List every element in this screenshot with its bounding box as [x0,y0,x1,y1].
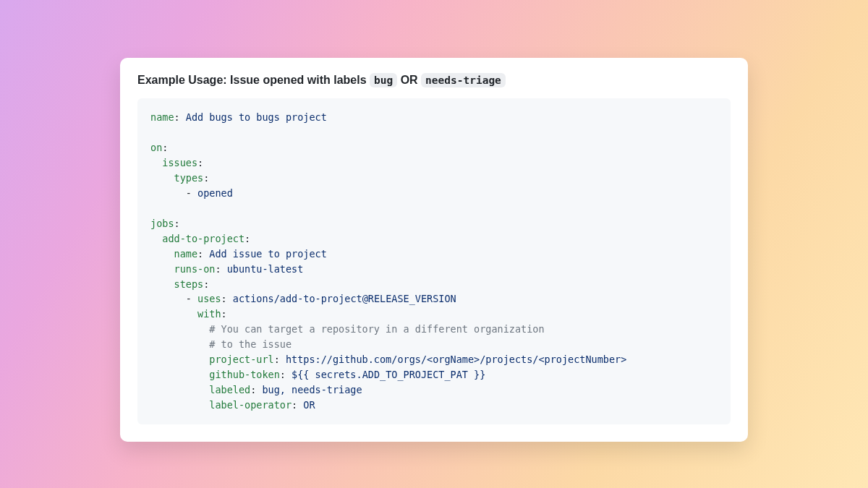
heading-mid: OR [397,74,421,86]
heading-code-bug: bug [370,73,397,87]
yaml-key: github-token [209,369,280,380]
yaml-key: jobs [150,218,174,229]
yaml-key: steps [174,278,204,290]
yaml-value: ubuntu-latest [227,263,304,275]
yaml-key: name [174,248,198,260]
yaml-value: ${{ secrets.ADD_TO_PROJECT_PAT }} [292,369,485,380]
yaml-value: bug, needs-triage [262,384,362,395]
yaml-value: actions/add-to-project@RELEASE_VERSION [233,293,456,304]
yaml-key: label-operator [209,399,292,411]
yaml-value: Add issue to project [209,248,327,260]
yaml-key: runs-on [174,263,216,275]
yaml-code: name: Add bugs to bugs project on: issue… [150,110,718,412]
yaml-value: Add bugs to bugs project [186,111,327,123]
yaml-comment: # You can target a repository in a diffe… [209,323,544,335]
yaml-comment: # to the issue [209,338,292,350]
yaml-value: https://github.com/orgs/<orgName>/projec… [286,354,626,365]
yaml-code-block: name: Add bugs to bugs project on: issue… [137,98,731,424]
yaml-key: on [150,142,162,153]
yaml-key: labeled [209,384,250,395]
yaml-key: add-to-project [162,233,244,244]
yaml-key: with [197,308,221,320]
yaml-key: uses [197,293,221,304]
yaml-value: OR [303,399,315,411]
yaml-value: opened [197,187,233,199]
yaml-key: project-url [209,354,273,365]
yaml-key: name [150,111,174,123]
yaml-key: issues [162,157,197,168]
heading-prefix: Example Usage: Issue opened with labels [137,74,370,86]
yaml-key: types [174,172,204,184]
example-heading: Example Usage: Issue opened with labels … [137,72,731,88]
documentation-card: Example Usage: Issue opened with labels … [120,58,748,442]
heading-code-needs-triage: needs-triage [421,73,506,87]
